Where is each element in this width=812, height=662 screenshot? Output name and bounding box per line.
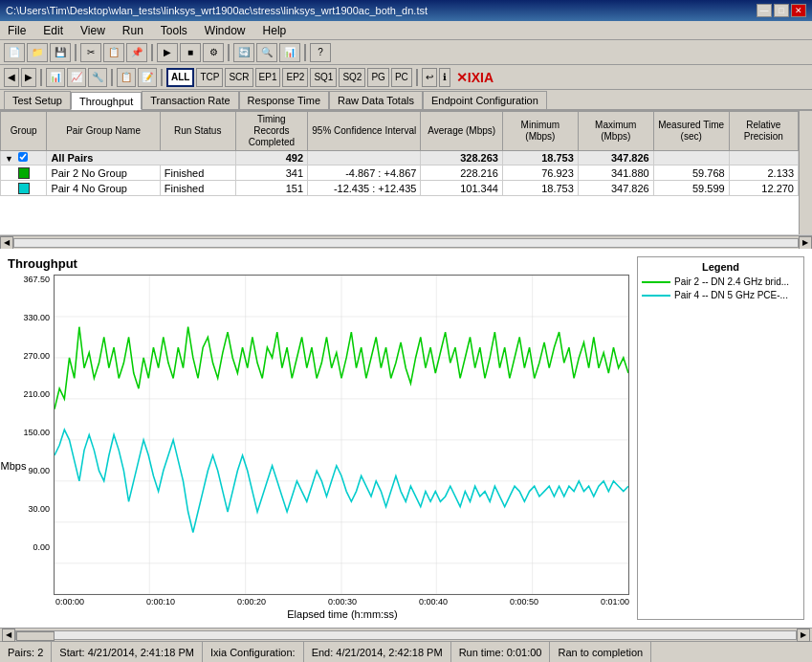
status-bar: Pairs: 2 Start: 4/21/2014, 2:41:18 PM Ix… xyxy=(0,641,812,662)
icon-btn-1[interactable]: 📊 xyxy=(46,68,65,87)
col-relative-precision: Relative Precision xyxy=(729,112,798,151)
tab-test-setup[interactable]: Test Setup xyxy=(4,91,71,109)
all-pairs-expand[interactable]: ▼ xyxy=(1,151,47,166)
all-pairs-precision xyxy=(729,151,798,166)
menu-bar: File Edit View Run Tools Window Help xyxy=(0,21,812,40)
legend-line-pair4 xyxy=(642,295,670,297)
paste-button[interactable]: 📌 xyxy=(126,43,147,62)
chart-scroll-left[interactable]: ◀ xyxy=(2,629,15,642)
copy-button[interactable]: 📋 xyxy=(103,43,124,62)
scroll-track[interactable] xyxy=(13,238,799,248)
all-pairs-checkbox[interactable] xyxy=(18,152,28,162)
chart-button[interactable]: 📊 xyxy=(279,43,300,62)
all-pairs-maximum: 347.826 xyxy=(578,151,653,166)
all-pairs-label: All Pairs xyxy=(47,151,235,166)
toolbar-2: ◀ ▶ 📊 📈 🔧 📋 📝 ALL TCP SCR EP1 EP2 SQ1 SQ… xyxy=(0,65,812,90)
save-button[interactable]: 💾 xyxy=(50,43,71,62)
menu-view[interactable]: View xyxy=(77,22,109,39)
pair4-color-icon xyxy=(18,183,30,194)
table-hscrollbar: ◀ ▶ xyxy=(0,235,812,249)
vertical-scrollbar[interactable] xyxy=(799,111,812,234)
chart-scroll-right[interactable]: ▶ xyxy=(797,629,810,642)
tab-throughput[interactable]: Throughput xyxy=(71,92,142,110)
scroll-right-btn[interactable]: ▶ xyxy=(799,236,812,250)
all-pairs-average: 328.263 xyxy=(421,151,502,166)
ixia-logo: ✕IXIA xyxy=(456,70,494,85)
pair2-name: Pair 2 No Group xyxy=(47,166,160,181)
menu-tools[interactable]: Tools xyxy=(157,22,191,39)
pair4-records: 151 xyxy=(235,181,307,196)
pair2-records: 341 xyxy=(235,166,307,181)
col-pair-group-name: Pair Group Name xyxy=(47,112,160,151)
title-bar: C:\Users\Tim\Desktop\wlan_tests\linksys_… xyxy=(0,0,812,21)
chart-container: Throughput Mbps 367.50 330.00 270.00 210… xyxy=(8,256,629,620)
sep-t2-3 xyxy=(161,69,163,86)
zoom-button[interactable]: 🔍 xyxy=(256,43,277,62)
x-tick-10: 0:00:10 xyxy=(146,597,175,607)
col-maximum: Maximum (Mbps) xyxy=(578,112,653,151)
icon-btn-6[interactable]: ↩ xyxy=(422,68,437,87)
icon-btn-4[interactable]: 📋 xyxy=(117,68,136,87)
table-row: Pair 2 No Group Finished 341 -4.867 : +4… xyxy=(1,166,799,181)
tab-transaction-rate[interactable]: Transaction Rate xyxy=(142,91,238,109)
pair4-minimum: 18.753 xyxy=(502,181,578,196)
y-tick-7: 30.00 xyxy=(28,504,50,514)
refresh-button[interactable]: 🔄 xyxy=(233,43,254,62)
x-axis: 0:00:00 0:00:10 0:00:20 0:00:30 0:00:40 … xyxy=(8,595,629,620)
scroll-left-btn[interactable]: ◀ xyxy=(0,236,13,250)
maximize-button[interactable]: □ xyxy=(774,4,789,17)
sep-t2-2 xyxy=(111,69,113,86)
arrow-left-btn[interactable]: ◀ xyxy=(4,68,19,87)
close-button[interactable]: ✕ xyxy=(791,4,806,17)
help-button[interactable]: ? xyxy=(310,43,331,62)
pair2-status: Finished xyxy=(160,166,235,181)
filter-pc[interactable]: PC xyxy=(391,68,412,87)
cut-button[interactable]: ✂ xyxy=(80,43,101,62)
legend-item-pair4: Pair 4 -- DN 5 GHz PCE-... xyxy=(642,290,800,300)
window-controls: — □ ✕ xyxy=(757,4,806,17)
run-button[interactable]: ▶ xyxy=(157,43,178,62)
stop-button[interactable]: ■ xyxy=(180,43,201,62)
settings-button[interactable]: ⚙ xyxy=(203,43,224,62)
new-button[interactable]: 📄 xyxy=(4,43,25,62)
legend-label-pair4: Pair 4 -- DN 5 GHz PCE-... xyxy=(674,290,788,300)
tab-endpoint-config[interactable]: Endpoint Configuration xyxy=(423,91,547,109)
filter-sq2[interactable]: SQ2 xyxy=(339,68,365,87)
filter-ep2[interactable]: EP2 xyxy=(282,68,308,87)
icon-btn-7[interactable]: ℹ xyxy=(439,68,450,87)
chart-scroll-thumb[interactable] xyxy=(16,631,55,641)
menu-run[interactable]: Run xyxy=(119,22,147,39)
y-tick-1: 367.50 xyxy=(23,275,50,284)
open-button[interactable]: 📁 xyxy=(27,43,48,62)
filter-all[interactable]: ALL xyxy=(166,68,194,87)
window-title: C:\Users\Tim\Desktop\wlan_tests\linksys_… xyxy=(6,5,757,16)
filter-tcp[interactable]: TCP xyxy=(196,68,223,87)
pair2-maximum: 341.880 xyxy=(578,166,653,181)
chart-scroll-track[interactable] xyxy=(15,630,797,640)
legend-label-pair2: Pair 2 -- DN 2.4 GHz brid... xyxy=(674,276,789,287)
tab-response-time[interactable]: Response Time xyxy=(239,91,329,109)
filter-scr[interactable]: SCR xyxy=(225,68,252,87)
y-tick-3: 270.00 xyxy=(23,351,50,361)
menu-file[interactable]: File xyxy=(4,22,30,39)
filter-pg[interactable]: PG xyxy=(367,68,388,87)
sep-t2-1 xyxy=(40,69,42,86)
expand-icon: ▼ xyxy=(5,154,13,164)
data-table-area: Group Pair Group Name Run Status Timing … xyxy=(0,111,812,235)
chart-area: Throughput Mbps 367.50 330.00 270.00 210… xyxy=(0,249,812,628)
col-measured-time: Measured Time (sec) xyxy=(653,112,729,151)
minimize-button[interactable]: — xyxy=(757,4,772,17)
icon-btn-2[interactable]: 📈 xyxy=(67,68,86,87)
filter-ep1[interactable]: EP1 xyxy=(255,68,281,87)
menu-edit[interactable]: Edit xyxy=(39,22,67,39)
y-axis: Mbps 367.50 330.00 270.00 210.00 150.00 … xyxy=(8,275,54,595)
chart-hscrollbar: ◀ ▶ xyxy=(0,628,812,641)
tab-raw-data-totals[interactable]: Raw Data Totals xyxy=(329,91,423,109)
icon-btn-5[interactable]: 📝 xyxy=(138,68,157,87)
col-run-status: Run Status xyxy=(160,112,235,151)
arrow-right-btn[interactable]: ▶ xyxy=(21,68,36,87)
menu-window[interactable]: Window xyxy=(201,22,250,39)
filter-sq1[interactable]: SQ1 xyxy=(310,68,337,87)
icon-btn-3[interactable]: 🔧 xyxy=(88,68,107,87)
menu-help[interactable]: Help xyxy=(259,22,291,39)
